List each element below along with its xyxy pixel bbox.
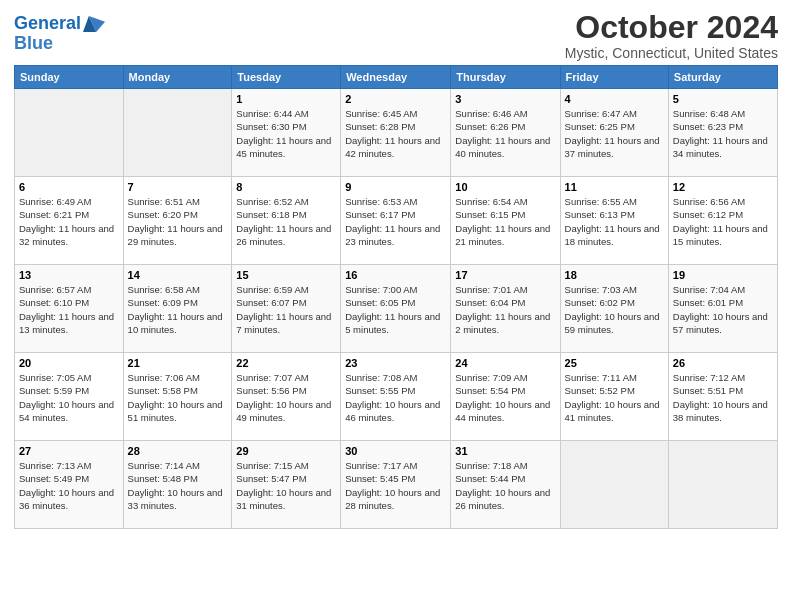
daylight-text: Daylight: 10 hours and 36 minutes. (19, 486, 119, 513)
day-info: Sunrise: 6:55 AM Sunset: 6:13 PM Dayligh… (565, 195, 664, 248)
day-number: 25 (565, 357, 664, 369)
sunrise-text: Sunrise: 7:09 AM (455, 371, 555, 384)
daylight-text: Daylight: 10 hours and 28 minutes. (345, 486, 446, 513)
day-number: 23 (345, 357, 446, 369)
day-number: 9 (345, 181, 446, 193)
day-info: Sunrise: 6:58 AM Sunset: 6:09 PM Dayligh… (128, 283, 228, 336)
day-number: 17 (455, 269, 555, 281)
daylight-text: Daylight: 10 hours and 49 minutes. (236, 398, 336, 425)
sunrise-text: Sunrise: 6:52 AM (236, 195, 336, 208)
calendar-cell: 20 Sunrise: 7:05 AM Sunset: 5:59 PM Dayl… (15, 353, 124, 441)
calendar-cell: 5 Sunrise: 6:48 AM Sunset: 6:23 PM Dayli… (668, 89, 777, 177)
day-info: Sunrise: 6:47 AM Sunset: 6:25 PM Dayligh… (565, 107, 664, 160)
daylight-text: Daylight: 11 hours and 29 minutes. (128, 222, 228, 249)
day-info: Sunrise: 7:05 AM Sunset: 5:59 PM Dayligh… (19, 371, 119, 424)
sunset-text: Sunset: 6:13 PM (565, 208, 664, 221)
calendar-cell: 21 Sunrise: 7:06 AM Sunset: 5:58 PM Dayl… (123, 353, 232, 441)
day-number: 29 (236, 445, 336, 457)
sunset-text: Sunset: 6:30 PM (236, 120, 336, 133)
sunrise-text: Sunrise: 7:01 AM (455, 283, 555, 296)
daylight-text: Daylight: 10 hours and 57 minutes. (673, 310, 773, 337)
day-info: Sunrise: 7:07 AM Sunset: 5:56 PM Dayligh… (236, 371, 336, 424)
sunset-text: Sunset: 5:44 PM (455, 472, 555, 485)
sunrise-text: Sunrise: 7:07 AM (236, 371, 336, 384)
calendar-cell: 3 Sunrise: 6:46 AM Sunset: 6:26 PM Dayli… (451, 89, 560, 177)
sunrise-text: Sunrise: 7:12 AM (673, 371, 773, 384)
day-number: 26 (673, 357, 773, 369)
day-info: Sunrise: 6:48 AM Sunset: 6:23 PM Dayligh… (673, 107, 773, 160)
page-container: General Blue October 2024 Mystic, Connec… (0, 0, 792, 537)
daylight-text: Daylight: 10 hours and 59 minutes. (565, 310, 664, 337)
sunrise-text: Sunrise: 7:04 AM (673, 283, 773, 296)
day-number: 16 (345, 269, 446, 281)
weekday-header: Friday (560, 66, 668, 89)
calendar-body: 1 Sunrise: 6:44 AM Sunset: 6:30 PM Dayli… (15, 89, 778, 529)
calendar-cell: 23 Sunrise: 7:08 AM Sunset: 5:55 PM Dayl… (341, 353, 451, 441)
sunrise-text: Sunrise: 7:00 AM (345, 283, 446, 296)
calendar-cell: 10 Sunrise: 6:54 AM Sunset: 6:15 PM Dayl… (451, 177, 560, 265)
daylight-text: Daylight: 11 hours and 26 minutes. (236, 222, 336, 249)
calendar-week-row: 13 Sunrise: 6:57 AM Sunset: 6:10 PM Dayl… (15, 265, 778, 353)
day-number: 28 (128, 445, 228, 457)
weekday-header: Wednesday (341, 66, 451, 89)
day-number: 3 (455, 93, 555, 105)
day-info: Sunrise: 7:06 AM Sunset: 5:58 PM Dayligh… (128, 371, 228, 424)
daylight-text: Daylight: 11 hours and 18 minutes. (565, 222, 664, 249)
sunrise-text: Sunrise: 7:05 AM (19, 371, 119, 384)
daylight-text: Daylight: 11 hours and 40 minutes. (455, 134, 555, 161)
day-info: Sunrise: 6:46 AM Sunset: 6:26 PM Dayligh… (455, 107, 555, 160)
calendar-cell: 25 Sunrise: 7:11 AM Sunset: 5:52 PM Dayl… (560, 353, 668, 441)
sunset-text: Sunset: 5:47 PM (236, 472, 336, 485)
day-info: Sunrise: 7:03 AM Sunset: 6:02 PM Dayligh… (565, 283, 664, 336)
calendar-cell: 31 Sunrise: 7:18 AM Sunset: 5:44 PM Dayl… (451, 441, 560, 529)
day-info: Sunrise: 7:08 AM Sunset: 5:55 PM Dayligh… (345, 371, 446, 424)
day-number: 7 (128, 181, 228, 193)
calendar-cell: 2 Sunrise: 6:45 AM Sunset: 6:28 PM Dayli… (341, 89, 451, 177)
sunrise-text: Sunrise: 7:14 AM (128, 459, 228, 472)
sunset-text: Sunset: 6:09 PM (128, 296, 228, 309)
day-number: 15 (236, 269, 336, 281)
daylight-text: Daylight: 11 hours and 21 minutes. (455, 222, 555, 249)
day-number: 13 (19, 269, 119, 281)
sunset-text: Sunset: 5:56 PM (236, 384, 336, 397)
sunrise-text: Sunrise: 7:11 AM (565, 371, 664, 384)
day-info: Sunrise: 7:13 AM Sunset: 5:49 PM Dayligh… (19, 459, 119, 512)
day-info: Sunrise: 7:04 AM Sunset: 6:01 PM Dayligh… (673, 283, 773, 336)
calendar-cell (668, 441, 777, 529)
sunset-text: Sunset: 6:07 PM (236, 296, 336, 309)
daylight-text: Daylight: 11 hours and 10 minutes. (128, 310, 228, 337)
daylight-text: Daylight: 10 hours and 33 minutes. (128, 486, 228, 513)
day-number: 22 (236, 357, 336, 369)
day-number: 10 (455, 181, 555, 193)
calendar-cell: 8 Sunrise: 6:52 AM Sunset: 6:18 PM Dayli… (232, 177, 341, 265)
sunset-text: Sunset: 5:48 PM (128, 472, 228, 485)
day-number: 20 (19, 357, 119, 369)
day-info: Sunrise: 6:53 AM Sunset: 6:17 PM Dayligh… (345, 195, 446, 248)
weekday-header: Sunday (15, 66, 124, 89)
day-number: 30 (345, 445, 446, 457)
day-info: Sunrise: 7:14 AM Sunset: 5:48 PM Dayligh… (128, 459, 228, 512)
day-info: Sunrise: 7:01 AM Sunset: 6:04 PM Dayligh… (455, 283, 555, 336)
sunset-text: Sunset: 6:12 PM (673, 208, 773, 221)
logo: General Blue (14, 14, 105, 54)
sunset-text: Sunset: 6:02 PM (565, 296, 664, 309)
daylight-text: Daylight: 10 hours and 31 minutes. (236, 486, 336, 513)
calendar-cell: 19 Sunrise: 7:04 AM Sunset: 6:01 PM Dayl… (668, 265, 777, 353)
sunset-text: Sunset: 5:51 PM (673, 384, 773, 397)
sunrise-text: Sunrise: 7:06 AM (128, 371, 228, 384)
calendar-cell: 7 Sunrise: 6:51 AM Sunset: 6:20 PM Dayli… (123, 177, 232, 265)
sunset-text: Sunset: 6:21 PM (19, 208, 119, 221)
daylight-text: Daylight: 11 hours and 42 minutes. (345, 134, 446, 161)
daylight-text: Daylight: 11 hours and 2 minutes. (455, 310, 555, 337)
day-number: 11 (565, 181, 664, 193)
calendar-cell: 14 Sunrise: 6:58 AM Sunset: 6:09 PM Dayl… (123, 265, 232, 353)
sunset-text: Sunset: 6:01 PM (673, 296, 773, 309)
sunset-text: Sunset: 6:26 PM (455, 120, 555, 133)
sunset-text: Sunset: 6:23 PM (673, 120, 773, 133)
day-info: Sunrise: 6:44 AM Sunset: 6:30 PM Dayligh… (236, 107, 336, 160)
daylight-text: Daylight: 10 hours and 41 minutes. (565, 398, 664, 425)
location: Mystic, Connecticut, United States (565, 45, 778, 61)
day-number: 2 (345, 93, 446, 105)
day-number: 27 (19, 445, 119, 457)
day-info: Sunrise: 6:49 AM Sunset: 6:21 PM Dayligh… (19, 195, 119, 248)
